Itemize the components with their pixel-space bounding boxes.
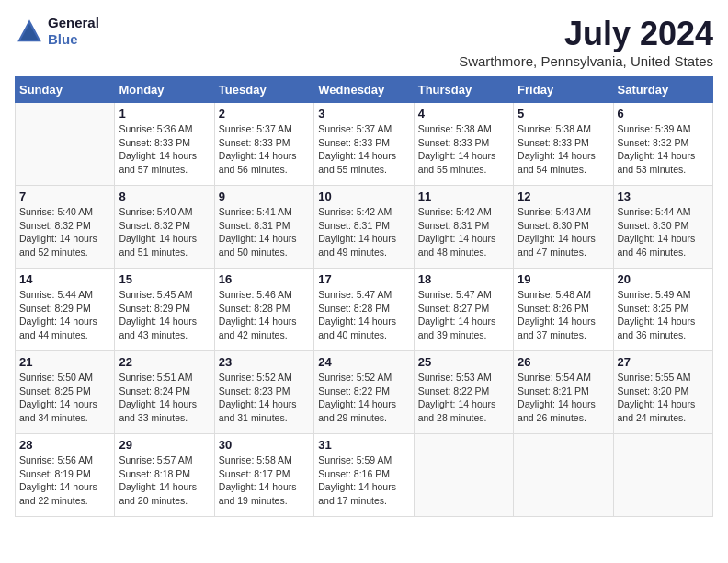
cell-info: Sunrise: 5:47 AM Sunset: 8:28 PM Dayligh… (318, 288, 409, 342)
cell-info: Sunrise: 5:40 AM Sunset: 8:32 PM Dayligh… (19, 205, 110, 259)
cell-sunrise: Sunrise: 5:39 AM (618, 122, 709, 136)
cell-sunrise: Sunrise: 5:42 AM (418, 205, 509, 219)
cell-sunrise: Sunrise: 5:51 AM (119, 371, 210, 385)
calendar-cell: 22 Sunrise: 5:51 AM Sunset: 8:24 PM Dayl… (115, 351, 214, 434)
cell-daylight: Daylight: 14 hours and 26 minutes. (518, 397, 609, 424)
cell-sunrise: Sunrise: 5:38 AM (418, 122, 509, 136)
cell-date: 15 (119, 272, 210, 286)
cell-daylight: Daylight: 14 hours and 52 minutes. (19, 232, 110, 259)
cell-daylight: Daylight: 14 hours and 37 minutes. (518, 315, 609, 341)
calendar-cell: 30 Sunrise: 5:58 AM Sunset: 8:17 PM Dayl… (214, 434, 313, 517)
day-header-tuesday: Tuesday (214, 77, 313, 103)
cell-date: 10 (318, 190, 409, 203)
cell-date: 4 (418, 107, 509, 121)
cell-date: 31 (318, 438, 409, 452)
cell-sunrise: Sunrise: 5:59 AM (318, 454, 409, 467)
cell-daylight: Daylight: 14 hours and 56 minutes. (219, 149, 310, 176)
cell-daylight: Daylight: 14 hours and 36 minutes. (618, 315, 709, 341)
cell-sunrise: Sunrise: 5:37 AM (318, 122, 409, 136)
calendar-cell: 16 Sunrise: 5:46 AM Sunset: 8:28 PM Dayl… (214, 269, 313, 351)
page-header: General Blue July 2024 Swarthmore, Penns… (15, 15, 713, 69)
logo-text: General Blue (48, 15, 99, 48)
calendar-cell: 9 Sunrise: 5:41 AM Sunset: 8:31 PM Dayli… (214, 186, 313, 269)
cell-date: 3 (318, 107, 409, 121)
cell-sunrise: Sunrise: 5:55 AM (618, 371, 709, 385)
calendar-cell: 18 Sunrise: 5:47 AM Sunset: 8:27 PM Dayl… (414, 269, 513, 351)
calendar-cell: 13 Sunrise: 5:44 AM Sunset: 8:30 PM Dayl… (613, 186, 712, 269)
main-title: July 2024 (459, 15, 713, 53)
day-header-wednesday: Wednesday (314, 77, 414, 103)
calendar-cell (613, 434, 712, 517)
cell-sunrise: Sunrise: 5:54 AM (518, 371, 609, 385)
cell-info: Sunrise: 5:36 AM Sunset: 8:33 PM Dayligh… (119, 122, 210, 177)
week-row-3: 14 Sunrise: 5:44 AM Sunset: 8:29 PM Dayl… (16, 269, 713, 351)
cell-sunset: Sunset: 8:32 PM (119, 219, 210, 233)
cell-sunset: Sunset: 8:32 PM (19, 219, 110, 233)
cell-sunrise: Sunrise: 5:47 AM (418, 288, 509, 302)
cell-sunset: Sunset: 8:22 PM (318, 385, 409, 398)
calendar-cell: 2 Sunrise: 5:37 AM Sunset: 8:33 PM Dayli… (214, 103, 313, 186)
cell-date: 28 (19, 438, 110, 452)
cell-sunset: Sunset: 8:28 PM (318, 302, 409, 316)
logo-line2: Blue (48, 31, 99, 48)
calendar-cell: 8 Sunrise: 5:40 AM Sunset: 8:32 PM Dayli… (115, 186, 214, 269)
cell-info: Sunrise: 5:44 AM Sunset: 8:29 PM Dayligh… (19, 288, 110, 342)
cell-info: Sunrise: 5:54 AM Sunset: 8:21 PM Dayligh… (518, 371, 609, 425)
days-of-week-header: SundayMondayTuesdayWednesdayThursdayFrid… (16, 77, 713, 103)
cell-date: 29 (119, 438, 210, 452)
cell-daylight: Daylight: 14 hours and 55 minutes. (418, 149, 509, 176)
calendar-cell: 17 Sunrise: 5:47 AM Sunset: 8:28 PM Dayl… (314, 269, 414, 351)
cell-sunset: Sunset: 8:25 PM (618, 302, 709, 316)
cell-daylight: Daylight: 14 hours and 54 minutes. (518, 149, 609, 176)
cell-info: Sunrise: 5:49 AM Sunset: 8:25 PM Dayligh… (618, 288, 709, 342)
cell-date: 1 (119, 107, 210, 121)
cell-sunrise: Sunrise: 5:36 AM (119, 122, 210, 136)
cell-info: Sunrise: 5:45 AM Sunset: 8:29 PM Dayligh… (119, 288, 210, 342)
cell-daylight: Daylight: 14 hours and 39 minutes. (418, 315, 509, 341)
cell-sunset: Sunset: 8:31 PM (318, 219, 409, 233)
day-header-friday: Friday (514, 77, 613, 103)
cell-daylight: Daylight: 14 hours and 55 minutes. (318, 149, 409, 176)
calendar-cell: 31 Sunrise: 5:59 AM Sunset: 8:16 PM Dayl… (314, 434, 414, 517)
cell-daylight: Daylight: 14 hours and 51 minutes. (119, 232, 210, 259)
cell-sunrise: Sunrise: 5:49 AM (618, 288, 709, 302)
calendar-cell (414, 434, 513, 517)
cell-sunrise: Sunrise: 5:52 AM (318, 371, 409, 385)
cell-date: 24 (318, 355, 409, 369)
cell-sunrise: Sunrise: 5:58 AM (219, 454, 310, 467)
cell-daylight: Daylight: 14 hours and 34 minutes. (19, 397, 110, 424)
cell-daylight: Daylight: 14 hours and 29 minutes. (318, 397, 409, 424)
calendar-cell: 14 Sunrise: 5:44 AM Sunset: 8:29 PM Dayl… (16, 269, 115, 351)
day-header-saturday: Saturday (613, 77, 712, 103)
calendar-table: SundayMondayTuesdayWednesdayThursdayFrid… (15, 76, 713, 517)
cell-info: Sunrise: 5:52 AM Sunset: 8:22 PM Dayligh… (318, 371, 409, 425)
cell-sunset: Sunset: 8:21 PM (518, 385, 609, 398)
cell-info: Sunrise: 5:55 AM Sunset: 8:20 PM Dayligh… (618, 371, 709, 425)
cell-daylight: Daylight: 14 hours and 33 minutes. (119, 397, 210, 424)
cell-sunrise: Sunrise: 5:57 AM (119, 454, 210, 467)
cell-sunset: Sunset: 8:31 PM (418, 219, 509, 233)
calendar-cell (16, 103, 115, 186)
cell-date: 6 (618, 107, 709, 121)
cell-date: 7 (19, 190, 110, 203)
cell-sunset: Sunset: 8:33 PM (219, 136, 310, 150)
cell-info: Sunrise: 5:47 AM Sunset: 8:27 PM Dayligh… (418, 288, 509, 342)
calendar-cell: 11 Sunrise: 5:42 AM Sunset: 8:31 PM Dayl… (414, 186, 513, 269)
cell-sunset: Sunset: 8:20 PM (618, 385, 709, 398)
cell-sunset: Sunset: 8:16 PM (318, 467, 409, 481)
cell-sunset: Sunset: 8:30 PM (618, 219, 709, 233)
cell-date: 11 (418, 190, 509, 203)
cell-sunset: Sunset: 8:25 PM (19, 385, 110, 398)
cell-sunset: Sunset: 8:33 PM (518, 136, 609, 150)
cell-date: 20 (618, 272, 709, 286)
cell-daylight: Daylight: 14 hours and 17 minutes. (318, 480, 409, 507)
cell-daylight: Daylight: 14 hours and 46 minutes. (618, 232, 709, 259)
cell-daylight: Daylight: 14 hours and 20 minutes. (119, 480, 210, 507)
cell-daylight: Daylight: 14 hours and 49 minutes. (318, 232, 409, 259)
cell-info: Sunrise: 5:39 AM Sunset: 8:32 PM Dayligh… (618, 122, 709, 177)
calendar-cell: 25 Sunrise: 5:53 AM Sunset: 8:22 PM Dayl… (414, 351, 513, 434)
cell-sunset: Sunset: 8:29 PM (119, 302, 210, 316)
cell-date: 5 (518, 107, 609, 121)
week-row-1: 1 Sunrise: 5:36 AM Sunset: 8:33 PM Dayli… (16, 103, 713, 186)
cell-sunset: Sunset: 8:22 PM (418, 385, 509, 398)
